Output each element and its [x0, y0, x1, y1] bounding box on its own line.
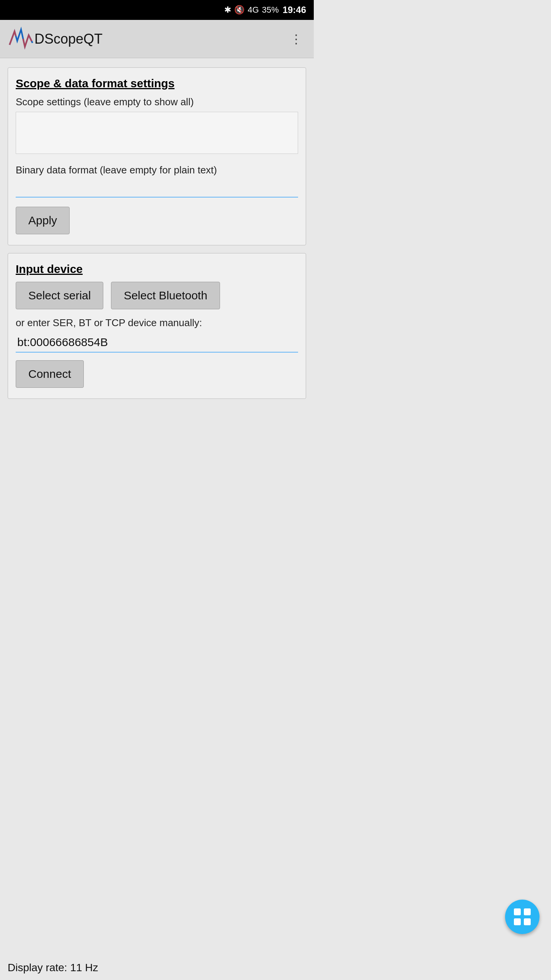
device-buttons-row: Select serial Select Bluetooth — [16, 282, 298, 309]
battery-label: 35% — [262, 5, 279, 15]
signal-icon: 4G — [248, 5, 259, 15]
manual-entry-label: or enter SER, BT or TCP device manually: — [16, 317, 298, 329]
main-content: Scope & data format settings Scope setti… — [0, 58, 314, 408]
apply-button[interactable]: Apply — [16, 207, 70, 234]
select-bluetooth-button[interactable]: Select Bluetooth — [111, 282, 220, 309]
scope-settings-input[interactable] — [16, 112, 298, 154]
menu-icon[interactable]: ⋮ — [286, 28, 306, 50]
app-title: DScopeQT — [34, 31, 286, 47]
status-bar: ✱ 🔇 4G 35% 19:46 — [0, 0, 314, 20]
input-device-card: Input device Select serial Select Blueto… — [8, 253, 306, 399]
scope-settings-label: Scope settings (leave empty to show all) — [16, 96, 298, 108]
mute-icon: 🔇 — [234, 5, 245, 15]
bluetooth-icon: ✱ — [224, 5, 231, 15]
scope-card: Scope & data format settings Scope setti… — [8, 67, 306, 245]
status-icons: ✱ 🔇 4G 35% — [224, 5, 279, 15]
input-device-title: Input device — [16, 263, 298, 276]
app-header: DScopeQT ⋮ — [0, 20, 314, 58]
status-time: 19:46 — [283, 5, 306, 15]
device-address-input[interactable] — [16, 333, 298, 353]
binary-format-label: Binary data format (leave empty for plai… — [16, 164, 298, 176]
app-logo — [8, 26, 34, 52]
binary-format-input[interactable] — [16, 180, 298, 198]
select-serial-button[interactable]: Select serial — [16, 282, 103, 309]
scope-card-title: Scope & data format settings — [16, 77, 298, 90]
connect-button[interactable]: Connect — [16, 360, 84, 388]
